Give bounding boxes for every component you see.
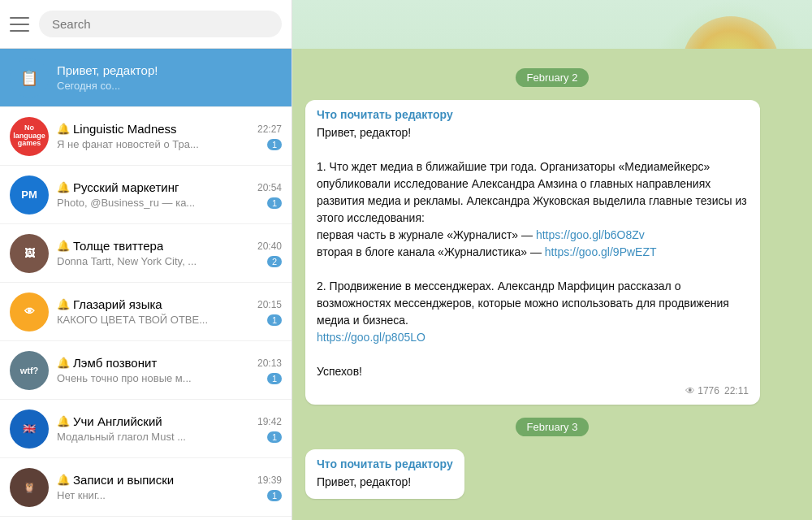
chat-info: Привет, редактор! Сегодня со... (57, 63, 282, 92)
chat-info: 🔔 Лэмб позвонит 20:13 Очень точно про но… (57, 356, 282, 384)
menu-icon[interactable] (10, 15, 29, 34)
chat-preview: Я не фанат новостей о Тра... 1 (57, 138, 282, 150)
avatar: Nolanguagegames (10, 117, 49, 156)
chat-preview: Donna Tartt, New York City, ... 2 (57, 255, 282, 267)
channel-icon: 🔔 (57, 123, 70, 135)
date-badge-feb3: February 3 (516, 418, 590, 436)
preview-text: Очень точно про новые м... (57, 372, 262, 384)
avatar: 🇬🇧 (10, 410, 49, 448)
body-part-2: 2. Продвижение в мессенджерах. Александр… (317, 280, 729, 327)
chat-item-pinned[interactable]: 📋 Привет, редактор! Сегодня со... (0, 49, 292, 107)
body-prefix-2: вторая в блоге канала «Журналистика» — (317, 245, 545, 258)
greeting-text: Привет, редактор! (317, 126, 411, 139)
list-item[interactable]: 👁 🔔 Глазарий языка 20:15 КАКОГО ЦВЕТА ТВ… (0, 283, 292, 341)
avatar: wtf? (10, 351, 49, 390)
preview-text: Я не фанат новостей о Тра... (57, 138, 262, 150)
views-count: 1776 (698, 385, 719, 396)
chat-name: 🔔 Русский маркетинг (57, 180, 179, 194)
chat-items-container: Nolanguagegames 🔔 Linguistic Madness 22:… (0, 107, 292, 517)
preview-text: Нет книг... (57, 489, 262, 501)
unread-badge: 1 (267, 431, 282, 443)
chat-info: 🔔 Учи Английский 19:42 Модальный глагол … (57, 414, 282, 443)
unread-badge: 2 (267, 256, 282, 267)
chat-name: Привет, редактор! (57, 63, 158, 77)
preview-text: КАКОГО ЦВЕТА ТВОЙ ОТВЕ... (57, 314, 262, 326)
chat-info: 🔔 Записи и выписки 19:39 Нет книг... 1 (57, 473, 282, 501)
chat-name: 🔔 Linguistic Madness (57, 122, 177, 136)
chat-time: 20:54 (257, 182, 282, 193)
chat-preview: Модальный глагол Must ... 1 (57, 431, 282, 443)
message-text: Привет, редактор! 1. Что ждет медиа в бл… (317, 124, 749, 380)
chat-name: 🔔 Записи и выписки (57, 473, 174, 487)
chat-preview: Очень точно про новые м... 1 (57, 372, 282, 384)
message-sender-2: Что почитать редактору (317, 457, 453, 470)
chat-info: 🔔 Русский маркетинг 20:54 Photo, @Busine… (57, 180, 282, 209)
list-item[interactable]: 🖼 🔔 Толще твиттера 20:40 Donna Tartt, Ne… (0, 224, 292, 283)
chat-preview: Сегодня со... (57, 80, 282, 92)
chat-name: 🔔 Толще твиттера (57, 239, 163, 253)
chat-time: 20:13 (257, 358, 282, 369)
eye-icon: 👁 (685, 385, 695, 396)
chat-info: 🔔 Толще твиттера 20:40 Donna Tartt, New … (57, 239, 282, 267)
list-item[interactable]: Nolanguagegames 🔔 Linguistic Madness 22:… (0, 107, 292, 166)
unread-badge: 1 (267, 490, 282, 501)
channel-icon: 🔔 (57, 240, 70, 252)
link-2[interactable]: https://goo.gl/9PwEZT (545, 245, 657, 258)
channel-icon: 🔔 (57, 181, 70, 193)
chat-preview: Нет книг... 1 (57, 489, 282, 501)
channel-icon: 🔔 (57, 474, 70, 486)
list-item[interactable]: 🇬🇧 🔔 Учи Английский 19:42 Модальный глаг… (0, 400, 292, 458)
messages-inner: February 2 Что почитать редактору Привет… (305, 62, 799, 499)
list-item[interactable]: 🦉 🔔 Записи и выписки 19:39 Нет книг... 1 (0, 458, 292, 517)
chat-preview: КАКОГО ЦВЕТА ТВОЙ ОТВЕ... 1 (57, 314, 282, 326)
preview-text: Photo, @Business_ru — ка... (57, 197, 262, 209)
channel-icon: 🔔 (57, 298, 70, 310)
chat-panel: Что почитать редактору 3782 members 🔍 ⋮ … (292, 0, 812, 520)
chat-name: 🔔 Лэмб позвонит (57, 356, 157, 370)
body-prefix-1: первая часть в журнале «Журналист» — (317, 228, 536, 241)
list-item[interactable]: PM 🔔 Русский маркетинг 20:54 Photo, @Bus… (0, 166, 292, 224)
messages-area[interactable]: February 2 Что почитать редактору Привет… (292, 49, 812, 520)
message-sender: Что почитать редактору (317, 108, 749, 121)
chat-list: 📋 Привет, редактор! Сегодня со... Nolang… (0, 49, 292, 520)
avatar: 📋 (10, 58, 49, 98)
message-bubble-2: Что почитать редактору Привет, редактор! (305, 449, 464, 499)
link-1[interactable]: https://goo.gl/b6O8Zv (536, 228, 645, 241)
channel-icon: 🔔 (57, 357, 70, 369)
chat-info: 🔔 Linguistic Madness 22:27 Я не фанат но… (57, 122, 282, 150)
avatar: 🖼 (10, 234, 49, 273)
unread-badge: 1 (267, 373, 282, 384)
sidebar-header (0, 0, 292, 49)
sidebar: 📋 Привет, редактор! Сегодня со... Nolang… (0, 0, 292, 520)
chat-time: 20:15 (257, 299, 282, 310)
date-badge-feb2: February 2 (516, 68, 590, 87)
chat-time: 22:27 (257, 124, 282, 135)
search-input[interactable] (39, 11, 282, 37)
chat-name: 🔔 Глазарий языка (57, 297, 162, 311)
chat-preview: Photo, @Business_ru — ка... 1 (57, 197, 282, 209)
chat-time: 19:42 (257, 416, 282, 427)
message-views: 👁 1776 (685, 385, 719, 396)
unread-badge: 1 (267, 197, 282, 209)
preview-text: Модальный глагол Must ... (57, 431, 262, 443)
chat-time: 19:39 (257, 474, 282, 486)
chat-info: 🔔 Глазарий языка 20:15 КАКОГО ЦВЕТА ТВОЙ… (57, 297, 282, 326)
link-3[interactable]: https://goo.gl/p805LO (317, 331, 425, 344)
message-footer: 👁 1776 22:11 (317, 385, 749, 396)
message-text-2: Привет, редактор! (317, 474, 453, 491)
preview-text: Donna Tartt, New York City, ... (57, 255, 262, 267)
unread-badge: 1 (267, 139, 282, 150)
avatar: PM (10, 176, 49, 214)
avatar: 👁 (10, 292, 49, 332)
chat-name: 🔔 Учи Английский (57, 414, 162, 428)
chat-time: 20:40 (257, 240, 282, 252)
avatar: 🦉 (10, 468, 49, 507)
body-part-1: 1. Что ждет медиа в ближайшие три года. … (317, 160, 747, 224)
message-time: 22:11 (724, 385, 749, 396)
unread-badge: 1 (267, 314, 282, 326)
list-item[interactable]: wtf? 🔔 Лэмб позвонит 20:13 Очень точно п… (0, 341, 292, 400)
channel-icon: 🔔 (57, 415, 70, 427)
footer-text: Успехов! (317, 365, 362, 378)
message-bubble: Что почитать редактору Привет, редактор!… (305, 100, 760, 405)
